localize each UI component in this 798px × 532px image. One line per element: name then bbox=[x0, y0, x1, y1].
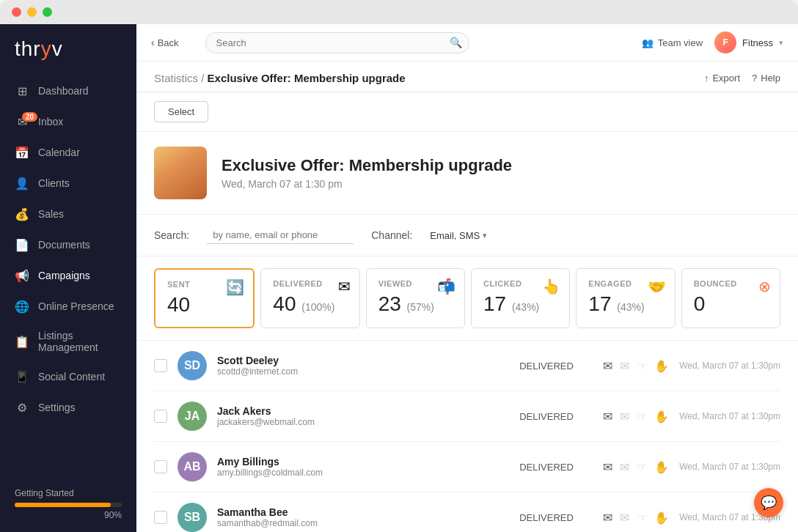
mail-icon: ✉ bbox=[603, 460, 612, 474]
recipient-search-input[interactable] bbox=[207, 226, 354, 244]
search-box: 🔍 bbox=[205, 32, 469, 53]
export-button[interactable]: ↑ Export bbox=[704, 73, 740, 84]
sidebar-item-settings[interactable]: ⚙ Settings bbox=[0, 392, 136, 423]
recipient-email-4: samanthab@redmail.com bbox=[217, 518, 509, 528]
avatar-3: AB bbox=[177, 452, 207, 481]
avatar-1: SD bbox=[177, 351, 207, 380]
campaign-thumb-image bbox=[154, 147, 207, 199]
engage-icon: ✋ bbox=[654, 460, 669, 474]
close-button[interactable] bbox=[12, 7, 21, 17]
sidebar-item-campaigns[interactable]: 📢 Campaigns bbox=[0, 260, 136, 291]
stat-label-delivered: DELIVERED bbox=[273, 279, 347, 288]
recipient-status-1: DELIVERED bbox=[519, 361, 593, 372]
open-icon: ✉ bbox=[620, 359, 629, 373]
getting-started-label: Getting Started bbox=[15, 488, 122, 498]
documents-icon: 📄 bbox=[15, 237, 29, 252]
help-chat-button[interactable]: 💬 bbox=[754, 488, 783, 517]
inbox-badge: 20 bbox=[22, 112, 37, 122]
stat-value-clicked: 17 (43%) bbox=[483, 292, 557, 316]
sidebar-item-social[interactable]: 📱 Social Content bbox=[0, 361, 136, 392]
breadcrumb-current: Exclusive Offer: Membership upgrade bbox=[208, 72, 406, 84]
row-checkbox-3[interactable] bbox=[154, 460, 167, 473]
recipient-info-1: Scott Deeley scottd@internet.com bbox=[217, 355, 509, 377]
back-label: Back bbox=[158, 37, 179, 48]
topbar: ‹ Back 🔍 👥 Team view F Fitness ▾ bbox=[136, 24, 798, 62]
viewed-icon: 📬 bbox=[437, 278, 455, 295]
sales-icon: 💰 bbox=[15, 207, 29, 221]
recipients-table: SD Scott Deeley scottd@internet.com DELI… bbox=[136, 341, 798, 532]
help-button[interactable]: ? Help bbox=[752, 73, 780, 84]
sidebar-item-clients[interactable]: 👤 Clients bbox=[0, 168, 136, 199]
click-icon: ☞ bbox=[637, 410, 647, 424]
sent-icon: 🔄 bbox=[226, 278, 244, 296]
stat-card-clicked[interactable]: CLICKED 17 (43%) 👆 bbox=[471, 268, 570, 328]
stat-card-delivered[interactable]: DELIVERED 40 (100%) ✉ bbox=[260, 268, 359, 328]
stat-value-engaged: 17 (43%) bbox=[588, 292, 662, 316]
recipient-email-2: jackakers@webmail.com bbox=[217, 417, 509, 427]
sidebar-nav: ⊞ Dashboard ✉ Inbox 20 📅 Calendar 👤 Clie… bbox=[0, 75, 136, 476]
listings-icon: 📋 bbox=[15, 334, 29, 349]
window-chrome bbox=[0, 0, 798, 24]
breadcrumb-parent: Statistics bbox=[154, 72, 198, 84]
recipient-name-2: Jack Akers bbox=[217, 405, 509, 417]
sidebar-item-documents[interactable]: 📄 Documents bbox=[0, 229, 136, 260]
sidebar-item-online-presence[interactable]: 🌐 Online Presence bbox=[0, 291, 136, 322]
maximize-button[interactable] bbox=[43, 7, 52, 17]
channel-filter-label: Channel: bbox=[371, 229, 412, 241]
stat-card-sent[interactable]: SENT 40 🔄 bbox=[154, 268, 255, 328]
minimize-button[interactable] bbox=[27, 7, 37, 17]
recipient-email-1: scottd@internet.com bbox=[217, 366, 509, 377]
sidebar: thryv ⊞ Dashboard ✉ Inbox 20 📅 Calendar … bbox=[0, 24, 136, 532]
row-checkbox-4[interactable] bbox=[154, 511, 167, 524]
row-checkbox-2[interactable] bbox=[154, 410, 167, 423]
engage-icon: ✋ bbox=[654, 511, 669, 525]
clicked-icon: 👆 bbox=[542, 278, 560, 295]
campaign-header: Exclusive Offer: Membership upgrade Wed,… bbox=[136, 132, 798, 215]
search-input[interactable] bbox=[205, 32, 469, 53]
progress-bar-background bbox=[15, 503, 122, 507]
stat-card-viewed[interactable]: VIEWED 23 (57%) 📬 bbox=[366, 268, 465, 328]
stats-row: SENT 40 🔄 DELIVERED 40 (100%) ✉ VIEWED 2… bbox=[136, 256, 798, 341]
recipient-name-4: Samantha Bee bbox=[217, 506, 509, 518]
channel-select[interactable]: Email, SMS ▾ bbox=[430, 230, 487, 241]
sidebar-item-dashboard[interactable]: ⊞ Dashboard bbox=[0, 75, 136, 106]
stat-card-bounced[interactable]: BOUNCED 0 ⊗ bbox=[681, 268, 780, 328]
bounced-icon: ⊗ bbox=[758, 278, 771, 295]
campaign-date: Wed, March 07 at 1:30 pm bbox=[222, 178, 512, 190]
campaign-info: Exclusive Offer: Membership upgrade Wed,… bbox=[222, 156, 512, 190]
main-content: ‹ Back 🔍 👥 Team view F Fitness ▾ bbox=[136, 24, 798, 532]
sidebar-item-label: Listings Management bbox=[38, 330, 122, 353]
click-icon: ☞ bbox=[637, 359, 647, 373]
sidebar-item-inbox[interactable]: ✉ Inbox 20 bbox=[0, 106, 136, 137]
breadcrumb-separator: / bbox=[201, 72, 207, 84]
search-icon: 🔍 bbox=[450, 37, 462, 48]
sidebar-item-label: Social Content bbox=[38, 371, 105, 383]
row-checkbox-1[interactable] bbox=[154, 359, 167, 372]
back-button[interactable]: ‹ Back bbox=[151, 37, 179, 48]
user-name: Fitness bbox=[742, 37, 773, 48]
stat-card-engaged[interactable]: ENGAGED 17 (43%) 🤝 bbox=[576, 268, 675, 328]
recipient-status-2: DELIVERED bbox=[519, 411, 593, 422]
user-avatar: F bbox=[714, 32, 736, 53]
recipient-action-icons-4: ✉ ✉ ☞ ✋ bbox=[603, 511, 669, 525]
click-icon: ☞ bbox=[637, 511, 647, 525]
team-view-icon: 👥 bbox=[642, 37, 654, 48]
page-actions: ↑ Export ? Help bbox=[704, 73, 780, 84]
recipient-name-3: Amy Billings bbox=[217, 456, 509, 468]
team-view-button[interactable]: 👥 Team view bbox=[642, 37, 703, 48]
select-button[interactable]: Select bbox=[154, 101, 208, 122]
table-row: AB Amy Billings amy.billings@coldmail.co… bbox=[154, 442, 780, 492]
sidebar-item-label: Calendar bbox=[38, 147, 80, 158]
sidebar-item-sales[interactable]: 💰 Sales bbox=[0, 199, 136, 229]
help-label: Help bbox=[761, 73, 780, 84]
sidebar-item-calendar[interactable]: 📅 Calendar bbox=[0, 137, 136, 168]
recipient-time-3: Wed, March 07 at 1:30pm bbox=[679, 462, 780, 472]
recipient-email-3: amy.billings@coldmail.com bbox=[217, 468, 509, 478]
recipient-action-icons-3: ✉ ✉ ☞ ✋ bbox=[603, 460, 669, 474]
team-view-label: Team view bbox=[658, 37, 703, 48]
table-row: SD Scott Deeley scottd@internet.com DELI… bbox=[154, 341, 780, 391]
dashboard-icon: ⊞ bbox=[15, 84, 29, 98]
sidebar-item-listings[interactable]: 📋 Listings Management bbox=[0, 322, 136, 361]
open-icon: ✉ bbox=[620, 460, 629, 474]
user-menu-button[interactable]: F Fitness ▾ bbox=[714, 32, 783, 53]
